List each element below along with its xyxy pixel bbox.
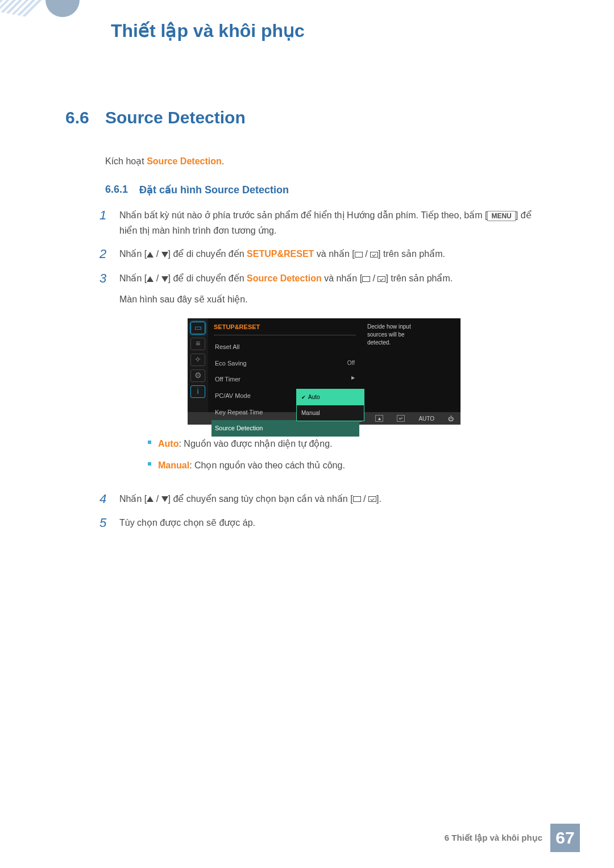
step-number: 3 — [99, 271, 119, 483]
step-text-a: Nhấn [ — [119, 249, 147, 259]
step-body: Nhấn [ / ] để chuyển sang tùy chọn bạn c… — [119, 491, 549, 508]
step-number: 2 — [99, 246, 119, 263]
osd-tab-settings-icon: ⚙ — [190, 369, 205, 382]
button-icon-b — [377, 276, 385, 282]
osd-footer-enter-icon: ↵ — [397, 415, 405, 422]
osd-sidebar: ▭ ≡ ✧ ⚙ i — [188, 318, 208, 412]
osd-tab-list-icon: ≡ — [190, 338, 205, 350]
step-text-c: ]. — [376, 494, 381, 504]
chevron-right-icon: ▶ — [351, 374, 355, 385]
subsection-heading: 6.6.1 Đặt cấu hình Source Detection — [105, 184, 549, 196]
button-icon-b — [370, 252, 378, 258]
step-5: 5 Tùy chọn được chọn sẽ được áp. — [99, 515, 549, 531]
intro-paragraph: Kích hoạt Source Detection. — [105, 156, 549, 167]
footer-chapter-label: 6 Thiết lập và khôi phục — [445, 833, 542, 843]
up-arrow-icon — [147, 496, 154, 502]
page-footer: 6 Thiết lập và khôi phục 67 — [445, 824, 580, 852]
step-text-b: ] để di chuyển đến — [168, 273, 247, 283]
button-icon-a — [353, 496, 361, 502]
step-text-a: Nhấn [ — [119, 494, 147, 504]
step-3: 3 Nhấn [ / ] để di chuyển đến Source Det… — [99, 271, 549, 483]
osd-panel: ▭ ≡ ✧ ⚙ i SETUP&RESET Reset All Eco Savi… — [188, 318, 460, 425]
osd-item-offtimer: Off Timer▶ — [214, 371, 356, 388]
intro-prefix: Kích hoạt — [105, 156, 147, 166]
step-2: 2 Nhấn [ / ] để di chuyển đến SETUP&RESE… — [99, 246, 549, 263]
step-text-d: ] trên sản phẩm. — [378, 249, 445, 259]
step-text-c: và nhấn [ — [322, 273, 362, 283]
step-4: 4 Nhấn [ / ] để chuyển sang tùy chọn bạn… — [99, 491, 549, 508]
step-text-d: ] trên sản phẩm. — [385, 273, 453, 283]
step-text-a: Nhấn bất kỳ nút nào ở phía trước sản phẩ… — [119, 210, 487, 220]
step-after-text: Màn hình sau đây sẽ xuất hiện. — [119, 292, 549, 307]
osd-tip-text: Decide how input sources will be detecte… — [362, 318, 430, 412]
chapter-title: Thiết lập và khôi phục — [111, 20, 305, 41]
button-icon-a — [362, 276, 370, 282]
osd-popup-label: Auto — [308, 394, 320, 400]
down-arrow-icon — [161, 496, 168, 502]
osd-item-label: Off Timer — [215, 374, 240, 385]
osd-tab-info-icon: i — [190, 385, 205, 398]
step-number: 1 — [99, 207, 119, 238]
osd-item-value: Off — [347, 358, 355, 369]
step-body: Nhấn bất kỳ nút nào ở phía trước sản phẩ… — [119, 207, 549, 238]
osd-footer-power-icon: ⏻ — [448, 414, 454, 423]
bullet-desc: : Chọn nguồn vào theo cách thủ công. — [189, 460, 345, 470]
osd-screenshot: ▭ ≡ ✧ ⚙ i SETUP&RESET Reset All Eco Savi… — [188, 318, 549, 425]
option-bullets: Auto: Nguồn vào được nhận diện tự động. … — [148, 436, 549, 472]
check-icon: ✔ — [301, 394, 306, 400]
up-arrow-icon — [147, 252, 154, 258]
step-number: 5 — [99, 515, 119, 531]
osd-item-sourcedetect: Source Detection — [211, 420, 359, 437]
osd-popup-auto: ✔Auto — [297, 389, 364, 405]
osd-menu-header: SETUP&RESET — [214, 322, 356, 335]
section-number: 6.6 — [65, 108, 105, 127]
button-icon-a — [355, 252, 363, 258]
down-arrow-icon — [161, 276, 168, 282]
subsection-number: 6.6.1 — [105, 184, 139, 196]
step-body: Nhấn [ / ] để di chuyển đến Source Detec… — [119, 271, 549, 483]
osd-item-label: Eco Saving — [215, 358, 247, 369]
step-text-b: ] để di chuyển đến — [168, 249, 247, 259]
section-title: Source Detection — [105, 108, 246, 127]
page-number: 67 — [550, 824, 580, 852]
step-number: 4 — [99, 491, 119, 508]
bullet-manual: Manual: Chọn nguồn vào theo cách thủ côn… — [148, 458, 549, 473]
subsection-title: Đặt cấu hình Source Detection — [139, 184, 289, 196]
osd-item-label: PC/AV Mode — [215, 391, 251, 401]
osd-item-label: Reset All — [215, 342, 239, 352]
bullet-auto: Auto: Nguồn vào được nhận diện tự động. — [148, 436, 549, 451]
step-1: 1 Nhấn bất kỳ nút nào ở phía trước sản p… — [99, 207, 549, 238]
bullet-dot-icon — [148, 462, 151, 466]
up-arrow-icon — [147, 276, 154, 282]
bullet-dot-icon — [148, 441, 151, 444]
bullet-desc: : Nguồn vào được nhận diện tự động. — [179, 439, 332, 448]
osd-footer-up-icon: ▲ — [375, 415, 383, 422]
section-heading: 6.6 Source Detection — [65, 108, 549, 127]
step-body: Tùy chọn được chọn sẽ được áp. — [119, 515, 549, 531]
step-text-b: ] để chuyển sang tùy chọn bạn cần và nhấ… — [168, 494, 353, 504]
osd-main: SETUP&RESET Reset All Eco SavingOff Off … — [208, 318, 460, 412]
page-content: 6.6 Source Detection Kích hoạt Source De… — [65, 108, 549, 539]
intro-term: Source Detection — [147, 156, 222, 166]
step-target: SETUP&RESET — [247, 249, 314, 259]
osd-item-label: Source Detection — [215, 423, 263, 434]
osd-popup: ✔Auto Manual — [296, 389, 364, 421]
chapter-number-circle — [45, 0, 80, 17]
osd-item-reset: Reset All — [214, 339, 356, 355]
header-pattern-decor — [0, 0, 45, 17]
step-target: Source Detection — [247, 273, 322, 283]
osd-item-label: Key Repeat Time — [215, 407, 263, 418]
osd-body: ▭ ≡ ✧ ⚙ i SETUP&RESET Reset All Eco Savi… — [188, 318, 460, 412]
step-text-a: Nhấn [ — [119, 273, 147, 283]
osd-popup-manual: Manual — [297, 405, 364, 421]
button-icon-b — [368, 496, 376, 502]
osd-footer-auto: AUTO — [418, 414, 434, 423]
bullet-term: Manual — [158, 460, 189, 470]
down-arrow-icon — [161, 252, 168, 258]
osd-item-eco: Eco SavingOff — [214, 355, 356, 372]
step-body: Nhấn [ / ] để di chuyển đến SETUP&RESET … — [119, 246, 549, 263]
osd-tab-monitor-icon: ▭ — [190, 322, 205, 334]
bullet-term: Auto — [158, 439, 179, 448]
intro-period: . — [222, 156, 224, 166]
osd-tab-nav-icon: ✧ — [190, 354, 205, 366]
